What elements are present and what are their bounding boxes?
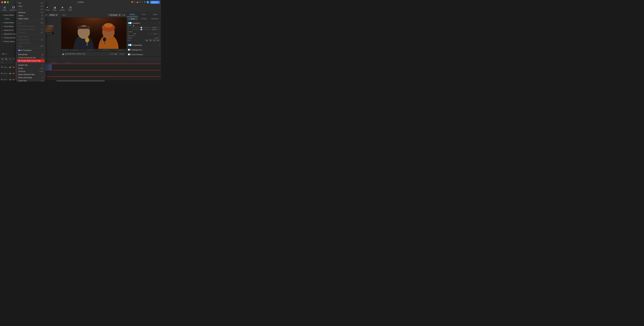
ctx-ungroup[interactable]: UnGroup ⌥⌘G bbox=[16, 70, 45, 73]
ctx-delete[interactable]: Delete ⌫ bbox=[16, 14, 45, 17]
title-bar-right: 🎁 ⚙ 📤 ⊞ ★ 👤 A Export ▾ bbox=[131, 1, 160, 4]
stop-button[interactable]: ■ bbox=[65, 53, 66, 55]
play-button[interactable]: ▶ bbox=[62, 53, 64, 55]
scale-x-slider[interactable] bbox=[131, 27, 152, 28]
compositing-toggle[interactable] bbox=[128, 44, 132, 46]
scale-y-slider[interactable] bbox=[131, 29, 152, 30]
flip-tl-btn[interactable]: ⊟ bbox=[156, 39, 160, 41]
ruler-mark-2: 00:00:45:00 bbox=[87, 50, 93, 51]
video2-icon: 🎬 bbox=[1, 73, 2, 74]
timeline-btn-3[interactable]: ✦ bbox=[9, 58, 12, 60]
timeline-btn-2[interactable]: 🔧 bbox=[4, 58, 8, 60]
sidebar-label-project-media: Project Media bbox=[4, 14, 14, 16]
ctx-ai-translation-label: AI Translation bbox=[21, 49, 32, 51]
ctx-cut[interactable]: Cut ⌘X bbox=[16, 1, 45, 4]
video3-lock-btn[interactable]: 🔒 bbox=[9, 66, 11, 68]
ctx-ripple-delete[interactable]: Ripple Delete ⇧⌫ bbox=[16, 17, 45, 20]
scale-x-keyframe[interactable]: ◇ bbox=[159, 27, 160, 28]
path-curve-keyframe[interactable]: ◇ bbox=[159, 35, 160, 37]
transform-title: Transform bbox=[132, 22, 140, 24]
video1-eye-btn[interactable]: 👁 bbox=[11, 79, 12, 80]
ctx-crop-fit-label: Crop to Fit bbox=[18, 31, 26, 33]
tab-multiple[interactable]: Multiple bbox=[126, 12, 138, 16]
ctx-cut-label: Cut bbox=[18, 2, 21, 4]
flip-v-btn[interactable]: ⇅ bbox=[149, 39, 152, 41]
ctx-close-gap[interactable]: Close Gap ⌥D bbox=[16, 79, 45, 81]
video1-speaker-btn[interactable]: 🔊 bbox=[13, 79, 14, 80]
ctx-group[interactable]: Group ⌘G bbox=[16, 67, 45, 70]
traffic-lights bbox=[1, 1, 9, 3]
subtab-animation[interactable]: Animation bbox=[150, 17, 160, 20]
preview-timeline-ruler: 00:00:40:00 00:00:40:00 00:00:45:00 00:0… bbox=[61, 49, 126, 51]
minimize-button[interactable] bbox=[4, 1, 6, 3]
transform-toggle[interactable] bbox=[128, 22, 132, 24]
icon-grid[interactable]: ⊞ bbox=[139, 1, 140, 3]
video2-lock-btn[interactable]: 🔒 bbox=[9, 73, 11, 74]
maximize-button[interactable] bbox=[7, 1, 9, 3]
video1-icon: 🎬 bbox=[1, 79, 2, 80]
subtab-ai-tools[interactable]: AI Tools bbox=[138, 17, 149, 20]
add-folder-btn[interactable]: +⊞ bbox=[1, 53, 4, 55]
scale-x-unit: % bbox=[157, 27, 158, 28]
timeline-btn-1[interactable]: ⊞ bbox=[1, 58, 4, 60]
ctx-multicam-inner: AI Create Multi-Camera Clip bbox=[18, 60, 40, 62]
flip-tr-btn[interactable]: ⊡ bbox=[153, 39, 156, 41]
svg-rect-15 bbox=[61, 17, 126, 49]
auto-enhance-header: Auto Enhance bbox=[128, 53, 160, 55]
scale-y-keyframe[interactable]: ◇ bbox=[159, 29, 160, 30]
video3-speaker-btn[interactable]: 🔊 bbox=[13, 66, 14, 68]
toolbar-media[interactable]: ⊞ Media bbox=[1, 5, 8, 11]
compositing-keyframe-icon[interactable]: ◇ bbox=[159, 44, 160, 46]
ctx-disable-clip[interactable]: Disable Clip E bbox=[16, 63, 45, 67]
video2-speaker-btn[interactable]: 🔊 bbox=[13, 73, 14, 74]
subtab-basic[interactable]: Basic bbox=[128, 17, 138, 20]
icon-person[interactable]: 👤 bbox=[144, 1, 146, 3]
tab-color[interactable]: Color bbox=[138, 12, 150, 16]
ctx-split-label: Split bbox=[18, 22, 22, 24]
path-curve-label: Path Curve bbox=[128, 35, 135, 37]
ctx-select-clip-range-label: Select Clip Range bbox=[18, 77, 32, 79]
ctx-select-clip-range[interactable]: Select Clip Range X bbox=[16, 76, 45, 79]
video2-eye-btn[interactable]: 👁 bbox=[11, 73, 12, 74]
media-default-select[interactable]: Default bbox=[48, 14, 58, 16]
ctx-copy-label: Copy bbox=[18, 5, 22, 7]
ctx-export-selected[interactable]: Export Selected Clips bbox=[16, 73, 45, 76]
share-folder-btn[interactable]: ⟳ bbox=[5, 53, 7, 55]
track-labels: 00:00 🎬 video3 🔒 👁 🔊 🎬 video2 🔒 bbox=[0, 62, 16, 80]
pos-x-label: X bbox=[128, 33, 132, 34]
auto-enhance-title: Auto Enhance bbox=[132, 54, 143, 55]
flip-h-btn[interactable]: ⇄ bbox=[145, 39, 148, 41]
export-button[interactable]: Export ▾ bbox=[150, 1, 160, 4]
close-button[interactable] bbox=[1, 1, 3, 3]
position-keyframe[interactable]: ◇ bbox=[159, 33, 160, 34]
timeline-scroll-thumb[interactable] bbox=[56, 80, 104, 81]
toolbar-filters[interactable]: ◑ Filters bbox=[52, 5, 58, 11]
stock-media-icon: 🎞 bbox=[12, 6, 15, 9]
ctx-copy[interactable]: Copy ⌘C bbox=[16, 4, 45, 8]
ctx-duplicate[interactable]: Duplicate ⌘D bbox=[16, 11, 45, 14]
toolbar-templates[interactable]: ⊟ Templ... bbox=[67, 5, 74, 11]
timeline-btn-undo[interactable]: ↩ bbox=[12, 58, 15, 60]
auto-enhance-toggle[interactable] bbox=[128, 53, 132, 55]
ctx-group-label: Group bbox=[18, 67, 23, 69]
icon-share[interactable]: 📤 bbox=[136, 1, 138, 3]
transform-keyframe-icon[interactable]: ◇ bbox=[159, 22, 160, 24]
icon-circle[interactable]: A bbox=[147, 1, 149, 3]
icon-star[interactable]: ★ bbox=[142, 1, 143, 3]
icon-settings[interactable]: ⚙ bbox=[134, 1, 136, 3]
icon-gift[interactable]: 🎁 bbox=[131, 1, 133, 3]
tab-speed[interactable]: Speed bbox=[150, 12, 161, 16]
rotate-keyframe[interactable]: ◇ bbox=[159, 37, 160, 39]
ctx-create-compound-clip[interactable]: Create Compound Clip ⌥G bbox=[16, 56, 45, 59]
video1-lock-btn[interactable]: 🔒 bbox=[9, 79, 11, 80]
scale-label: Scale bbox=[128, 25, 133, 26]
ctx-effect-filter[interactable]: Effect&Filter ▶ bbox=[16, 53, 45, 56]
toolbar-stickers[interactable]: ★ Stickers bbox=[59, 5, 66, 11]
ctx-close-gap-label: Close Gap bbox=[18, 80, 26, 81]
ctx-create-multicam-clip[interactable]: AI Create Multi-Camera Clip bbox=[17, 59, 44, 62]
video3-eye-btn[interactable]: 👁 bbox=[11, 66, 12, 68]
background-info-icon: ℹ bbox=[142, 49, 142, 51]
ctx-ai-translation[interactable]: AI AI Translation bbox=[16, 49, 45, 52]
background-toggle[interactable] bbox=[128, 49, 132, 51]
quality-select[interactable]: Full Quality bbox=[108, 14, 121, 16]
